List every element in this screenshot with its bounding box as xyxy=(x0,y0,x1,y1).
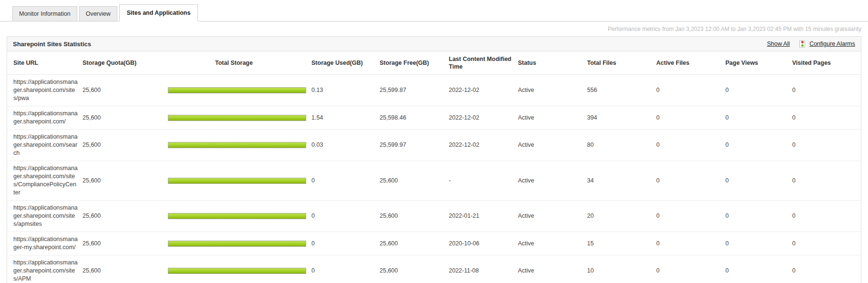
tab-bar: Monitor Information Overview Sites and A… xyxy=(0,4,868,21)
cell-total-storage xyxy=(161,75,311,106)
red-alarm-dot-icon xyxy=(801,41,804,43)
sharepoint-sites-panel: Sharepoint Sites Statistics Show All Con… xyxy=(7,36,861,283)
cell-storage-quota: 25,600 xyxy=(83,255,161,283)
tab-monitor-information[interactable]: Monitor Information xyxy=(12,6,77,21)
cell-status: Active xyxy=(518,75,587,106)
panel-actions: Show All Configure Alarms xyxy=(767,40,855,48)
cell-storage-used: 0 xyxy=(311,161,380,201)
cell-storage-free: 25,599.97 xyxy=(380,130,449,161)
storage-bar-fill xyxy=(168,178,306,183)
cell-site-url: https://applicationsmanager.sharepoint.c… xyxy=(7,130,83,161)
cell-status: Active xyxy=(518,130,587,161)
cell-total-files: 394 xyxy=(587,106,656,130)
cell-active-files: 0 xyxy=(656,232,725,255)
storage-bar xyxy=(168,178,306,184)
table-row: https://applicationsmanager.sharepoint.c… xyxy=(7,201,861,232)
cell-visited-pages: 0 xyxy=(792,130,861,161)
column-header-site-url: Site URL xyxy=(7,51,83,75)
cell-storage-free: 25,599.87 xyxy=(380,75,449,106)
cell-active-files: 0 xyxy=(656,75,725,106)
cell-site-url: https://applicationsmanager.sharepoint.c… xyxy=(7,201,83,232)
cell-total-storage xyxy=(161,255,311,283)
cell-storage-quota: 25,600 xyxy=(83,130,161,161)
sharepoint-sites-table: Site URLStorage Quota(GB)Total StorageSt… xyxy=(7,51,861,283)
configure-alarms-link[interactable]: Configure Alarms xyxy=(809,40,855,47)
cell-last-modified: 2022-12-02 xyxy=(449,75,518,106)
cell-visited-pages: 0 xyxy=(792,106,861,130)
cell-visited-pages: 0 xyxy=(792,161,861,201)
storage-bar xyxy=(168,87,306,93)
cell-site-url: https://applicationsmanager.sharepoint.c… xyxy=(7,75,83,106)
performance-metrics-note: Performance metrics from Jan 3,2023 12:0… xyxy=(0,21,868,35)
cell-storage-used: 0 xyxy=(311,201,380,232)
cell-active-files: 0 xyxy=(656,201,725,232)
show-all-link[interactable]: Show All xyxy=(767,40,790,47)
traffic-light-icon[interactable] xyxy=(799,40,805,48)
tab-sites-and-applications[interactable]: Sites and Applications xyxy=(119,4,198,21)
cell-storage-used: 0.13 xyxy=(311,75,380,106)
cell-visited-pages: 0 xyxy=(792,75,861,106)
cell-active-files: 0 xyxy=(656,130,725,161)
storage-bar xyxy=(168,115,306,121)
storage-bar-fill xyxy=(168,88,306,93)
table-row: https://applicationsmanager-my.sharepoin… xyxy=(7,232,861,255)
cell-total-storage xyxy=(161,201,311,232)
cell-site-url: https://applicationsmanager.sharepoint.c… xyxy=(7,106,83,130)
column-header-total-files: Total Files xyxy=(587,51,656,75)
cell-storage-quota: 25,600 xyxy=(83,232,161,255)
storage-bar-fill xyxy=(168,268,306,273)
cell-storage-used: 0.03 xyxy=(311,130,380,161)
column-header-page-views: Page Views xyxy=(725,51,792,75)
storage-bar xyxy=(168,142,306,148)
cell-total-files: 15 xyxy=(587,232,656,255)
cell-storage-free: 25,600 xyxy=(380,161,449,201)
column-header-visited-pages: Visited Pages xyxy=(792,51,861,75)
cell-active-files: 0 xyxy=(656,161,725,201)
cell-status: Active xyxy=(518,201,587,232)
cell-storage-free: 25,600 xyxy=(380,255,449,283)
cell-status: Active xyxy=(518,255,587,283)
cell-storage-quota: 25,600 xyxy=(83,161,161,201)
storage-bar-fill xyxy=(168,213,306,219)
cell-total-files: 556 xyxy=(587,75,656,106)
cell-storage-quota: 25,600 xyxy=(83,106,161,130)
cell-status: Active xyxy=(518,232,587,255)
table-row: https://applicationsmanager.sharepoint.c… xyxy=(7,75,861,106)
tab-overview[interactable]: Overview xyxy=(79,6,117,21)
cell-page-views: 0 xyxy=(725,106,792,130)
cell-last-modified: 2022-01-21 xyxy=(449,201,518,232)
panel-title: Sharepoint Sites Statistics xyxy=(13,40,91,48)
cell-page-views: 0 xyxy=(725,130,792,161)
cell-site-url: https://applicationsmanager.sharepoint.c… xyxy=(7,161,83,201)
cell-status: Active xyxy=(518,161,587,201)
cell-site-url: https://applicationsmanager.sharepoint.c… xyxy=(7,255,83,283)
storage-bar xyxy=(168,268,306,274)
cell-page-views: 0 xyxy=(725,75,792,106)
cell-storage-quota: 25,600 xyxy=(83,75,161,106)
table-row: https://applicationsmanager.sharepoint.c… xyxy=(7,255,861,283)
storage-bar xyxy=(168,241,306,247)
storage-bar xyxy=(168,213,306,219)
cell-storage-quota: 25,600 xyxy=(83,201,161,232)
storage-bar-fill xyxy=(168,142,306,148)
column-header-storage-used-gb: Storage Used(GB) xyxy=(311,51,380,75)
cell-last-modified: 2022-11-08 xyxy=(449,255,518,283)
cell-total-files: 80 xyxy=(587,130,656,161)
table-row: https://applicationsmanager.sharepoint.c… xyxy=(7,106,861,130)
cell-active-files: 0 xyxy=(656,106,725,130)
cell-total-storage xyxy=(161,232,311,255)
table-row: https://applicationsmanager.sharepoint.c… xyxy=(7,130,861,161)
cell-page-views: 0 xyxy=(725,201,792,232)
green-alarm-dot-icon xyxy=(801,44,804,47)
cell-status: Active xyxy=(518,106,587,130)
cell-total-files: 20 xyxy=(587,201,656,232)
cell-total-storage xyxy=(161,130,311,161)
panel-header: Sharepoint Sites Statistics Show All Con… xyxy=(7,37,861,51)
column-header-last-content-modified-time: Last Content Modified Time xyxy=(449,51,518,75)
cell-page-views: 0 xyxy=(725,255,792,283)
cell-last-modified: 2022-12-02 xyxy=(449,106,518,130)
cell-total-storage xyxy=(161,106,311,130)
column-header-storage-free-gb: Storage Free(GB) xyxy=(380,51,449,75)
cell-active-files: 0 xyxy=(656,255,725,283)
table-row: https://applicationsmanager.sharepoint.c… xyxy=(7,161,861,201)
